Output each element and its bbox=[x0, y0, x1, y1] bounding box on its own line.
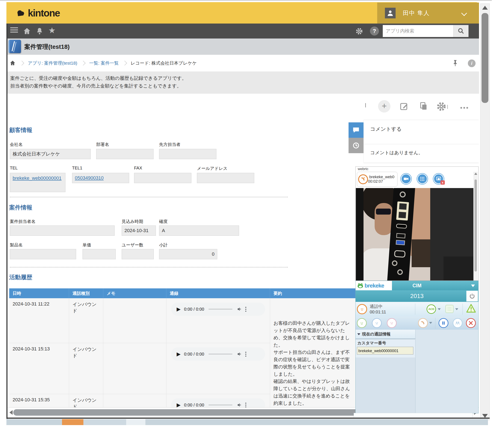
volume-icon[interactable] bbox=[237, 402, 242, 408]
device-vga-port bbox=[394, 250, 406, 258]
cim-left-empty-area bbox=[356, 358, 415, 414]
collapse-chevron-icon[interactable] bbox=[365, 103, 366, 107]
tel-link[interactable]: brekeke_web00000001 bbox=[13, 175, 62, 182]
call-button[interactable] bbox=[418, 318, 428, 328]
section-caret-icon bbox=[357, 333, 360, 335]
grid-caret-icon[interactable] bbox=[455, 308, 458, 310]
player-menu-icon[interactable] bbox=[245, 403, 246, 407]
end-call-button[interactable] bbox=[466, 318, 476, 328]
seek-bar[interactable] bbox=[208, 354, 233, 354]
presence-available-icon[interactable] bbox=[357, 318, 367, 328]
webrtc-scrollbar[interactable] bbox=[474, 172, 478, 280]
player-menu-icon[interactable] bbox=[245, 307, 246, 312]
play-icon[interactable]: ▶ bbox=[177, 306, 180, 312]
audio-player[interactable]: ▶ 0:00 / 0:00 bbox=[171, 303, 265, 316]
pin-icon[interactable] bbox=[452, 59, 459, 67]
presence-away-icon[interactable] bbox=[372, 318, 382, 328]
global-nav: ★ ? bbox=[6, 24, 479, 38]
users-label: ユーザー数 bbox=[122, 242, 143, 248]
volume-icon[interactable] bbox=[237, 351, 242, 357]
scroll-up-icon[interactable] bbox=[482, 6, 488, 10]
help-icon[interactable]: ? bbox=[370, 27, 379, 36]
taskbar-segment bbox=[126, 419, 145, 425]
user-menu[interactable]: 田中 隼人 bbox=[377, 3, 479, 24]
home-icon[interactable] bbox=[23, 27, 31, 36]
tel1-field: 05034900310 bbox=[72, 173, 129, 183]
breadcrumb: アプリ: 案件管理(test18) 一覧: 案件一覧 レコード: 株式会社日本ブ… bbox=[6, 55, 479, 72]
warning-button[interactable] bbox=[466, 304, 476, 313]
brekeke-logo[interactable]: brekeke bbox=[356, 281, 392, 290]
transfer-button[interactable] bbox=[453, 318, 462, 328]
gear-chevron-icon[interactable] bbox=[447, 105, 448, 109]
fax-label: FAX bbox=[134, 166, 142, 171]
case-owner-label: 案件担当者名 bbox=[10, 219, 36, 224]
col-header-datetime: 日時 bbox=[9, 288, 69, 298]
volume-icon[interactable] bbox=[237, 306, 242, 312]
seek-bar[interactable] bbox=[208, 309, 233, 310]
webrtc-window-title: webrtc bbox=[358, 167, 369, 171]
department-field bbox=[96, 149, 153, 159]
breadcrumb-list-link[interactable]: 一覧: 案件一覧 bbox=[89, 60, 119, 66]
acd-button[interactable]: ACD bbox=[427, 304, 436, 314]
play-icon[interactable]: ▶ bbox=[177, 351, 180, 357]
device-hdmi-port bbox=[396, 224, 407, 229]
seek-bar[interactable] bbox=[208, 405, 233, 405]
cell-calltype: インバウンド bbox=[69, 343, 103, 394]
search-input[interactable] bbox=[383, 25, 459, 37]
history-tab[interactable] bbox=[349, 138, 363, 153]
cim-collapse-caret-icon[interactable] bbox=[471, 285, 475, 287]
camera-icon bbox=[403, 176, 409, 182]
kintone-logo[interactable]: kintone bbox=[15, 7, 60, 19]
comment-compose[interactable]: コメントする bbox=[370, 126, 402, 132]
comments-tab[interactable] bbox=[349, 122, 363, 138]
search-button[interactable] bbox=[453, 25, 468, 37]
tel1-link[interactable]: 05034900310 bbox=[75, 175, 104, 181]
cell-memo bbox=[103, 343, 166, 394]
scroll-down-icon[interactable] bbox=[482, 414, 488, 418]
copy-record-button[interactable] bbox=[419, 101, 428, 111]
call-control-row bbox=[356, 316, 478, 330]
contact-person-field bbox=[159, 149, 216, 159]
hold-button[interactable] bbox=[439, 318, 448, 328]
edit-record-button[interactable] bbox=[399, 101, 409, 111]
record-info-icon[interactable]: i bbox=[468, 59, 476, 67]
breadcrumb-home-icon[interactable] bbox=[9, 60, 16, 66]
history-clock-icon bbox=[352, 142, 360, 149]
power-button[interactable] bbox=[466, 291, 478, 301]
extension-number: 2013 bbox=[356, 290, 478, 302]
dialpad-button[interactable] bbox=[417, 174, 427, 184]
screen-share-stop-button[interactable]: x bbox=[433, 174, 444, 184]
scroll-up-icon[interactable] bbox=[474, 173, 477, 175]
call-in-progress-icon bbox=[358, 174, 368, 184]
agent-status-icon bbox=[357, 304, 367, 314]
device-dc-port bbox=[399, 191, 406, 198]
more-options-icon[interactable] bbox=[460, 106, 469, 110]
acd-caret-icon[interactable] bbox=[438, 308, 441, 310]
dialpad-grid-button[interactable] bbox=[445, 305, 454, 313]
scroll-left-icon[interactable] bbox=[9, 410, 13, 415]
presence-busy-icon[interactable] bbox=[387, 318, 397, 328]
cell-recording: ▶ 0:00 / 0:00 bbox=[166, 298, 270, 343]
tel-field: brekeke_web00000001 bbox=[10, 173, 65, 192]
customer-number-field[interactable]: brekeke_web00000001 bbox=[357, 347, 413, 354]
record-settings-gear-icon[interactable] bbox=[436, 101, 447, 112]
video-call-button[interactable] bbox=[401, 174, 411, 184]
player-menu-icon[interactable] bbox=[245, 352, 246, 357]
current-call-info-header[interactable]: 現在の通話情報 bbox=[356, 330, 415, 339]
call-caret-icon[interactable] bbox=[429, 322, 432, 324]
notifications-bell-icon[interactable] bbox=[36, 27, 44, 35]
page-vertical-scrollbar[interactable] bbox=[480, 3, 490, 420]
add-record-button[interactable]: + bbox=[378, 100, 390, 112]
play-icon[interactable]: ▶ bbox=[177, 402, 180, 408]
window-left-border bbox=[6, 24, 8, 419]
webrtc-scroll-thumb[interactable] bbox=[475, 179, 477, 271]
app-title-bar: 案件管理(test18) bbox=[6, 38, 479, 55]
favorites-star-icon[interactable]: ★ bbox=[48, 26, 56, 35]
vertical-scroll-thumb[interactable] bbox=[482, 13, 488, 103]
comments-empty-message: コメントはありません。 bbox=[370, 149, 423, 156]
hamburger-menu-icon[interactable] bbox=[10, 26, 18, 34]
breadcrumb-app-link[interactable]: アプリ: 案件管理(test18) bbox=[28, 60, 77, 66]
settings-gear-icon[interactable] bbox=[355, 28, 363, 35]
divider bbox=[435, 318, 435, 329]
audio-player[interactable]: ▶ 0:00 / 0:00 bbox=[171, 347, 265, 361]
